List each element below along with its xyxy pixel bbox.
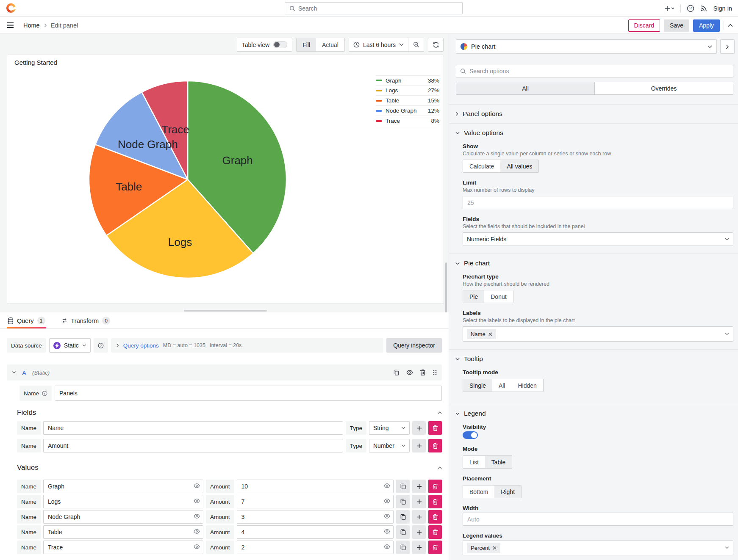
refresh-button[interactable]	[428, 38, 444, 52]
table-view-toggle[interactable]	[273, 41, 287, 48]
value-name-input[interactable]	[43, 541, 203, 554]
value-options-header[interactable]: Value options	[449, 124, 738, 142]
legend-values-multiselect[interactable]: Percent	[463, 540, 733, 555]
duplicate-value-button[interactable]	[396, 525, 410, 539]
query-row-header[interactable]: A (Static)	[7, 364, 442, 381]
calculate-option[interactable]: Calculate	[463, 160, 500, 172]
eye-icon[interactable]	[194, 483, 200, 488]
tooltip-hidden-option[interactable]: Hidden	[511, 379, 543, 392]
donut-option[interactable]: Donut	[484, 290, 513, 303]
delete-value-button[interactable]	[428, 525, 442, 539]
hide-query-eye-icon[interactable]	[406, 370, 413, 375]
legend-row[interactable]: Node Graph12%	[376, 106, 439, 116]
legend-row[interactable]: Table15%	[376, 96, 439, 106]
tab-transform[interactable]: Transform 0	[61, 317, 111, 328]
left-pane-scrollbar[interactable]	[445, 262, 447, 313]
eye-icon[interactable]	[384, 498, 390, 504]
duplicate-value-button[interactable]	[396, 510, 410, 524]
tooltip-all-option[interactable]: All	[492, 379, 512, 392]
actual-option[interactable]: Actual	[316, 38, 344, 51]
save-button[interactable]: Save	[664, 19, 689, 32]
collapse-values-icon[interactable]	[438, 466, 442, 469]
legend-list-option[interactable]: List	[463, 456, 485, 468]
eye-icon[interactable]	[384, 529, 390, 534]
visualization-picker[interactable]: Pie chart	[456, 39, 717, 54]
chevron-down-icon[interactable]	[12, 371, 16, 374]
labels-multiselect[interactable]: Name	[463, 326, 733, 342]
tooltip-single-option[interactable]: Single	[463, 379, 492, 392]
pie-chart-section-header[interactable]: Pie chart	[449, 254, 738, 273]
duplicate-query-icon[interactable]	[393, 369, 400, 376]
panel-options-header[interactable]: Panel options	[449, 105, 738, 123]
add-value-button[interactable]	[412, 510, 426, 524]
tab-overrides[interactable]: Overrides	[594, 82, 733, 94]
query-name-input[interactable]	[55, 386, 442, 401]
options-search-input[interactable]: Search options	[456, 65, 733, 77]
pie-option[interactable]: Pie	[463, 290, 484, 303]
eye-icon[interactable]	[194, 498, 200, 504]
query-inspector-button[interactable]: Query inspector	[386, 338, 442, 353]
time-range-picker[interactable]: Last 6 hours	[349, 38, 408, 51]
collapse-options-pane-button[interactable]	[720, 39, 735, 54]
delete-value-button[interactable]	[428, 510, 442, 524]
delete-query-trash-icon[interactable]	[420, 369, 426, 376]
help-icon[interactable]: ?	[687, 5, 694, 12]
duplicate-value-button[interactable]	[396, 541, 410, 554]
tab-query[interactable]: Query 1	[7, 317, 46, 328]
legend-table-option[interactable]: Table	[485, 456, 512, 468]
fill-option[interactable]: Fill	[297, 38, 316, 51]
discard-button[interactable]: Discard	[628, 19, 660, 32]
eye-icon[interactable]	[384, 544, 390, 549]
limit-input[interactable]	[463, 196, 733, 209]
value-amount-input[interactable]	[237, 541, 394, 554]
placement-bottom-option[interactable]: Bottom	[463, 486, 494, 498]
eye-icon[interactable]	[194, 513, 200, 519]
datasource-picker[interactable]: Static	[49, 338, 91, 353]
value-name-input[interactable]	[43, 510, 203, 524]
add-value-button[interactable]	[412, 541, 426, 554]
remove-chip-x-icon[interactable]	[493, 546, 497, 550]
apply-button[interactable]: Apply	[693, 19, 720, 32]
zoom-out-time-button[interactable]	[408, 38, 424, 51]
delete-value-button[interactable]	[428, 480, 442, 493]
fields-select[interactable]: Numeric Fields	[463, 232, 733, 246]
value-name-input[interactable]	[43, 480, 203, 493]
eye-icon[interactable]	[194, 529, 200, 534]
remove-chip-x-icon[interactable]	[488, 332, 492, 336]
duplicate-value-button[interactable]	[396, 495, 410, 508]
legend-row[interactable]: Trace8%	[376, 116, 439, 126]
query-options-bar[interactable]: Query options MD = auto = 1035 Interval …	[111, 338, 383, 353]
value-amount-input[interactable]	[237, 510, 394, 524]
datasource-help-button[interactable]: ?	[94, 338, 108, 353]
legend-row[interactable]: Logs27%	[376, 86, 439, 96]
pane-resize-handle[interactable]	[184, 310, 267, 312]
value-name-input[interactable]	[43, 525, 203, 539]
collapse-editor-icon[interactable]	[728, 24, 733, 27]
legend-width-input[interactable]	[463, 513, 733, 526]
value-amount-input[interactable]	[237, 525, 394, 539]
value-name-input[interactable]	[43, 495, 203, 508]
add-field-button[interactable]	[412, 421, 426, 435]
add-value-button[interactable]	[412, 495, 426, 508]
sign-in-link[interactable]: Sign in	[713, 5, 732, 12]
global-search-input[interactable]: Search	[285, 2, 463, 14]
add-value-button[interactable]	[412, 480, 426, 493]
all-values-option[interactable]: All values	[500, 160, 538, 172]
eye-icon[interactable]	[384, 483, 390, 488]
delete-field-button[interactable]	[428, 421, 442, 435]
field-name-input[interactable]	[43, 439, 343, 452]
field-type-select[interactable]: Number	[369, 439, 410, 452]
tooltip-section-header[interactable]: Tooltip	[449, 350, 738, 368]
legend-visibility-toggle[interactable]	[463, 431, 478, 439]
value-amount-input[interactable]	[237, 495, 394, 508]
value-amount-input[interactable]	[237, 480, 394, 493]
delete-value-button[interactable]	[428, 541, 442, 554]
delete-value-button[interactable]	[428, 495, 442, 508]
breadcrumb-home[interactable]: Home	[23, 22, 40, 29]
add-new-button[interactable]	[664, 5, 674, 12]
query-options-link[interactable]: Query options	[123, 342, 159, 349]
placement-right-option[interactable]: Right	[494, 486, 521, 498]
menu-toggle-icon[interactable]	[7, 22, 14, 28]
tab-all[interactable]: All	[456, 82, 594, 94]
legend-section-header[interactable]: Legend	[449, 404, 738, 423]
